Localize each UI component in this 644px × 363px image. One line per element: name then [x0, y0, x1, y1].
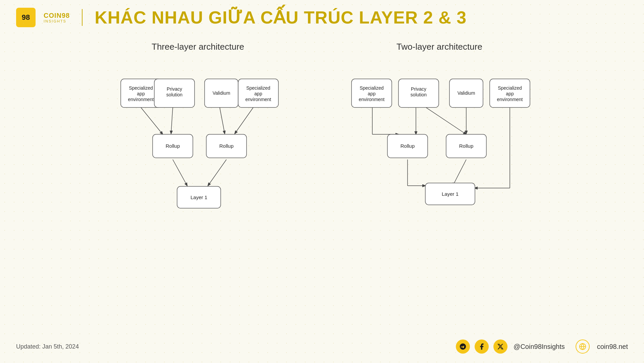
svg-text:Validium: Validium	[213, 90, 230, 96]
svg-text:Layer 1: Layer 1	[442, 191, 459, 197]
svg-text:Rollup: Rollup	[459, 143, 474, 149]
svg-text:environment: environment	[245, 97, 271, 102]
svg-line-2	[220, 107, 225, 134]
svg-text:environment: environment	[497, 97, 523, 102]
svg-text:app: app	[506, 91, 514, 96]
social-handle: @Coin98Insights	[514, 343, 565, 351]
twitter-x-icon[interactable]	[493, 339, 507, 354]
updated-text: Updated: Jan 5th, 2024	[16, 343, 79, 350]
svg-text:environment: environment	[128, 97, 154, 102]
svg-text:solution: solution	[411, 92, 427, 97]
three-layer-diagram: Specialized app environment Privacy solu…	[101, 69, 295, 220]
logo-coin98: COIN98	[44, 12, 70, 19]
two-layer-section: Two-layer architecture	[335, 42, 543, 220]
svg-line-32	[453, 160, 466, 186]
telegram-icon[interactable]	[456, 339, 470, 354]
facebook-icon[interactable]	[475, 339, 489, 354]
svg-text:Specialized: Specialized	[360, 85, 384, 91]
svg-text:Rollup: Rollup	[400, 143, 415, 149]
svg-text:app: app	[137, 91, 145, 96]
logo-badge: 98	[16, 8, 36, 27]
svg-text:Privacy: Privacy	[411, 86, 426, 92]
svg-line-3	[235, 107, 253, 134]
svg-text:Rollup: Rollup	[219, 143, 234, 149]
website-text: coin98.net	[597, 343, 628, 351]
two-layer-diagram: Specialized app environment Privacy solu…	[335, 69, 543, 220]
footer: Updated: Jan 5th, 2024 @Coin98Insights	[0, 339, 644, 354]
svg-text:Validium: Validium	[458, 90, 475, 96]
svg-text:Layer 1: Layer 1	[191, 194, 207, 200]
svg-text:app: app	[368, 91, 376, 96]
header-divider	[82, 9, 83, 26]
svg-text:solution: solution	[166, 92, 182, 97]
two-layer-title: Two-layer architecture	[396, 42, 482, 52]
svg-text:Specialized: Specialized	[129, 85, 153, 91]
logo-text: COIN98 INSIGHTS	[44, 12, 70, 23]
svg-line-0	[141, 107, 163, 134]
content-area: Three-layer architecture Specia	[0, 35, 644, 220]
logo-insights: INSIGHTS	[44, 19, 70, 23]
svg-text:Specialized: Specialized	[498, 85, 522, 91]
svg-text:Privacy: Privacy	[167, 86, 182, 92]
svg-text:app: app	[254, 91, 262, 96]
three-layer-title: Three-layer architecture	[152, 42, 244, 52]
svg-line-30	[426, 107, 466, 134]
page-title: KHÁC NHAU GIỮA CẤU TRÚC LAYER 2 & 3	[95, 7, 467, 28]
svg-line-5	[208, 160, 226, 186]
social-links: @Coin98Insights coin98.net	[456, 339, 628, 354]
header: 98 COIN98 INSIGHTS KHÁC NHAU GIỮA CẤU TR…	[0, 0, 644, 35]
svg-text:Specialized: Specialized	[246, 85, 270, 91]
svg-text:environment: environment	[359, 97, 384, 102]
svg-line-1	[171, 107, 173, 134]
svg-text:Rollup: Rollup	[166, 143, 180, 149]
three-layer-section: Three-layer architecture Specia	[101, 42, 295, 220]
website-icon[interactable]	[576, 339, 590, 354]
svg-line-4	[173, 160, 187, 186]
